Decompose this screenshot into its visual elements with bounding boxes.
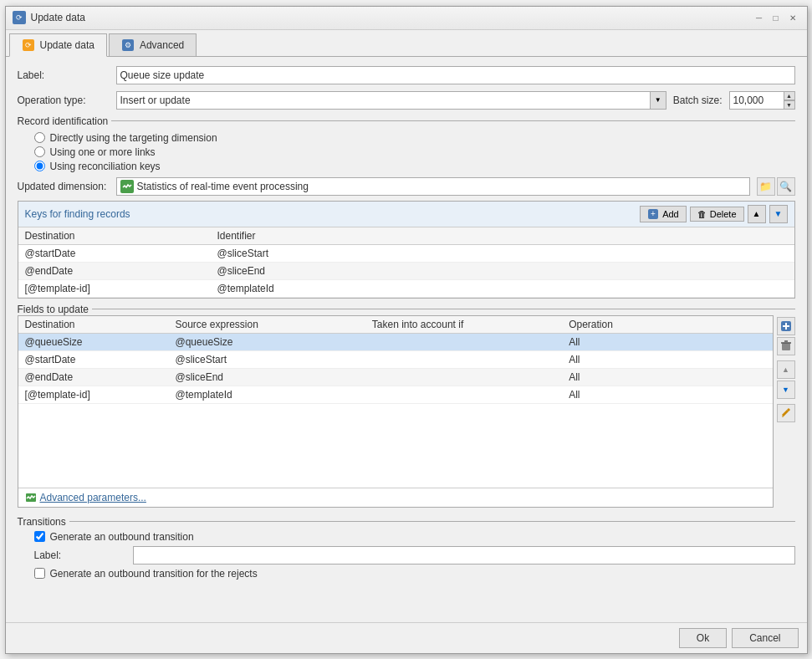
down-arrow-icon: ▼ bbox=[782, 386, 789, 394]
fields-cond-4 bbox=[372, 388, 569, 401]
fields-empty-area bbox=[18, 404, 773, 488]
operation-select[interactable]: Insert or update bbox=[116, 91, 666, 110]
minimize-button[interactable]: ─ bbox=[752, 10, 767, 25]
fields-source-1: @queueSize bbox=[176, 335, 372, 349]
tab-update-data-label: Update data bbox=[40, 39, 94, 51]
svg-text:⚙: ⚙ bbox=[125, 41, 131, 49]
fields-down-button[interactable]: ▼ bbox=[777, 381, 795, 399]
cancel-label: Cancel bbox=[749, 632, 780, 644]
fields-row-4[interactable]: [@template-id] @templateId All bbox=[18, 386, 773, 404]
radio-reconciliation-row: Using reconciliation keys bbox=[34, 161, 795, 172]
dim-icon-buttons: 📁 🔍 bbox=[757, 177, 795, 196]
fields-row-2[interactable]: @startDate @sliceStart All bbox=[18, 351, 773, 369]
maximize-button[interactable]: □ bbox=[769, 10, 784, 25]
fields-table-container: Destination Source expression Taken into… bbox=[18, 315, 774, 508]
keys-down-button[interactable]: ▼ bbox=[769, 205, 788, 223]
batch-increment[interactable]: ▲ bbox=[784, 91, 795, 100]
keys-ident-3: @templateId bbox=[217, 282, 788, 295]
fields-op-3: All bbox=[569, 370, 765, 384]
radio-links-label: Using one or more links bbox=[50, 146, 156, 158]
fields-op-1: All bbox=[569, 335, 765, 349]
radio-links-row: Using one or more links bbox=[34, 146, 795, 158]
delete-key-label: Delete bbox=[710, 209, 737, 219]
radio-group: Directly using the targeting dimension U… bbox=[18, 132, 795, 172]
label-field-label: Label: bbox=[18, 69, 110, 81]
cancel-button[interactable]: Cancel bbox=[732, 628, 798, 648]
batch-decrement[interactable]: ▼ bbox=[784, 100, 795, 110]
fields-row-1[interactable]: @queueSize @queueSize All bbox=[18, 334, 773, 351]
radio-reconciliation-label: Using reconciliation keys bbox=[50, 161, 161, 172]
transitions-content: Generate an outbound transition Label: G… bbox=[18, 528, 795, 583]
fields-col-condition: Taken into account if bbox=[372, 319, 569, 330]
batch-input[interactable] bbox=[729, 91, 784, 110]
keys-col-ident: Identifier bbox=[217, 230, 788, 242]
delete-key-icon: 🗑 bbox=[697, 209, 707, 219]
fields-up-button[interactable]: ▲ bbox=[777, 360, 795, 379]
fields-add-button[interactable] bbox=[777, 317, 795, 335]
fields-dest-4: [@template-id] bbox=[25, 388, 176, 401]
update-data-tab-icon: ⟳ bbox=[22, 38, 35, 52]
keys-header: Keys for finding records + Add 🗑 Delete bbox=[18, 202, 794, 227]
transition-label-input[interactable] bbox=[133, 546, 795, 564]
fields-side-buttons: ▲ ▼ bbox=[777, 315, 795, 508]
generate-outbound-checkbox[interactable] bbox=[34, 531, 45, 542]
transitions-section: Transitions Generate an outbound transit… bbox=[18, 516, 795, 583]
updated-dim-value: Statistics of real-time event processing bbox=[116, 177, 750, 196]
updated-dim-label: Updated dimension: bbox=[18, 181, 110, 192]
fields-table-header: Destination Source expression Taken into… bbox=[18, 316, 773, 334]
radio-links[interactable] bbox=[34, 146, 45, 157]
fields-col-dest: Destination bbox=[25, 319, 176, 330]
batch-spinner: ▲ ▼ bbox=[784, 91, 795, 110]
advanced-params-row: Advanced parameters... bbox=[18, 488, 773, 507]
add-key-button[interactable]: + Add bbox=[640, 206, 687, 222]
operation-row: Operation type: Insert or update ▼ Batch… bbox=[18, 90, 795, 110]
keys-up-button[interactable]: ▲ bbox=[748, 205, 766, 223]
transition-label-row: Label: bbox=[18, 546, 795, 564]
tab-update-data[interactable]: ⟳ Update data bbox=[9, 33, 107, 57]
add-key-icon: + bbox=[647, 208, 659, 220]
tab-advanced-label: Advanced bbox=[140, 39, 184, 51]
generate-rejects-checkbox[interactable] bbox=[34, 568, 45, 579]
delete-key-button[interactable]: 🗑 Delete bbox=[690, 207, 744, 222]
ok-button[interactable]: Ok bbox=[679, 628, 727, 648]
tab-advanced[interactable]: ⚙ Advanced bbox=[109, 33, 197, 56]
keys-row-1[interactable]: @startDate @sliceStart bbox=[18, 245, 794, 263]
radio-direct-row: Directly using the targeting dimension bbox=[34, 132, 795, 144]
keys-title: Keys for finding records bbox=[25, 208, 130, 220]
fields-op-4: All bbox=[569, 388, 765, 401]
fields-cond-2 bbox=[372, 353, 569, 366]
label-input[interactable] bbox=[116, 66, 795, 84]
fields-row-3[interactable]: @endDate @sliceEnd All bbox=[18, 369, 773, 386]
search-button[interactable]: 🔍 bbox=[777, 177, 795, 196]
close-button[interactable]: ✕ bbox=[785, 10, 800, 25]
generate-rejects-row: Generate an outbound transition for the … bbox=[18, 568, 795, 580]
folder-button[interactable]: 📁 bbox=[757, 177, 775, 196]
fields-outer: Destination Source expression Taken into… bbox=[18, 315, 795, 508]
dim-icon bbox=[120, 180, 134, 193]
keys-ident-1: @sliceStart bbox=[217, 247, 788, 260]
fields-dest-2: @startDate bbox=[25, 353, 176, 366]
radio-direct[interactable] bbox=[34, 132, 45, 143]
window-title: Update data bbox=[31, 12, 85, 23]
fields-dest-3: @endDate bbox=[25, 370, 176, 384]
main-window: ⟳ Update data ─ □ ✕ ⟳ Update data ⚙ Adva… bbox=[5, 6, 808, 654]
radio-direct-label: Directly using the targeting dimension bbox=[50, 132, 217, 144]
svg-text:⟳: ⟳ bbox=[25, 41, 32, 49]
advanced-params-icon bbox=[25, 492, 37, 503]
fields-col-source: Source expression bbox=[176, 319, 372, 330]
advanced-params-link[interactable]: Advanced parameters... bbox=[25, 492, 146, 503]
fields-op-2: All bbox=[569, 353, 765, 366]
svg-text:+: + bbox=[651, 209, 656, 218]
keys-row-3[interactable]: [@template-id] @templateId bbox=[18, 280, 794, 298]
fields-edit-button[interactable] bbox=[777, 404, 795, 422]
updated-dim-text: Statistics of real-time event processing bbox=[137, 181, 309, 192]
operation-select-wrapper: Insert or update ▼ bbox=[116, 91, 666, 110]
advanced-tab-icon: ⚙ bbox=[121, 38, 135, 52]
label-row: Label: bbox=[18, 65, 795, 85]
fields-delete-button[interactable] bbox=[777, 337, 795, 355]
ok-label: Ok bbox=[697, 632, 709, 644]
keys-row-2[interactable]: @endDate @sliceEnd bbox=[18, 263, 794, 280]
radio-reconciliation[interactable] bbox=[34, 161, 45, 171]
add-key-label: Add bbox=[662, 209, 679, 219]
updated-dimension-row: Updated dimension: Statistics of real-ti… bbox=[18, 177, 795, 196]
